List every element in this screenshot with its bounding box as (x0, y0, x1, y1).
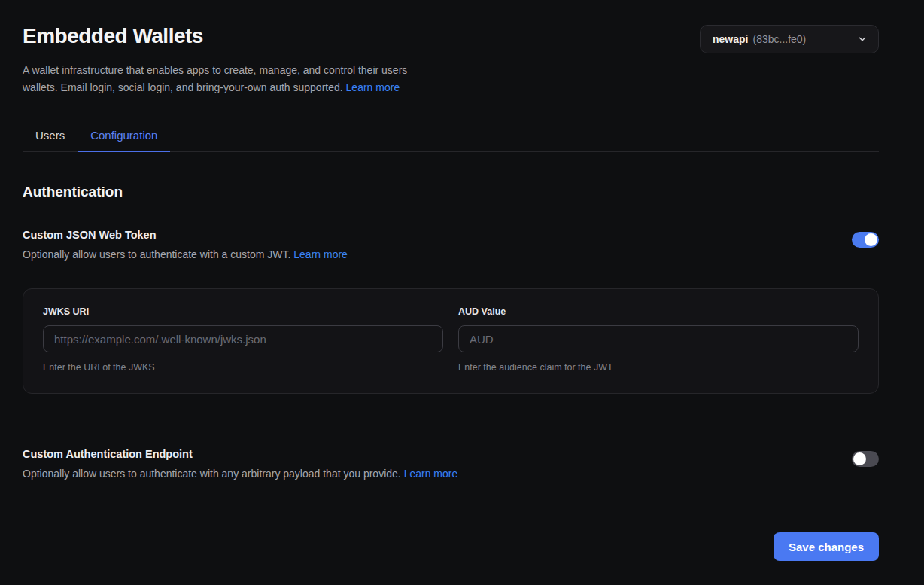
page-header: Embedded Wallets A wallet infrastructure… (23, 24, 879, 96)
jwks-uri-helper: Enter the URI of the JWKS (43, 362, 443, 373)
jwt-description-text: Optionally allow users to authenticate w… (23, 248, 290, 261)
header-text-block: Embedded Wallets A wallet infrastructure… (23, 24, 442, 96)
endpoint-learn-more-link[interactable]: Learn more (404, 468, 458, 480)
chevron-down-icon (857, 34, 868, 44)
page-description: A wallet infrastructure that enables app… (23, 62, 442, 96)
divider (23, 507, 879, 507)
jwt-setting-row: Custom JSON Web Token Optionally allow u… (23, 229, 879, 261)
save-changes-button[interactable]: Save changes (774, 532, 879, 561)
endpoint-description-text: Optionally allow users to authenticate w… (23, 468, 401, 480)
jwt-learn-more-link[interactable]: Learn more (293, 248, 348, 261)
jwks-uri-input[interactable] (43, 325, 443, 352)
jwt-description: Optionally allow users to authenticate w… (23, 248, 348, 261)
api-key-selector[interactable]: newapi (83bc...fe0) (700, 25, 879, 53)
footer-actions: Save changes (23, 532, 879, 561)
aud-value-field-group: AUD Value Enter the audience claim for t… (458, 306, 859, 373)
jwks-uri-field-group: JWKS URI Enter the URI of the JWKS (43, 306, 443, 373)
jwt-text-block: Custom JSON Web Token Optionally allow u… (23, 229, 348, 261)
divider (23, 419, 879, 419)
authentication-heading: Authentication (23, 184, 879, 200)
jwt-config-card: JWKS URI Enter the URI of the JWKS AUD V… (23, 288, 879, 394)
endpoint-description: Optionally allow users to authenticate w… (23, 468, 457, 480)
jwt-toggle[interactable] (852, 232, 879, 248)
endpoint-text-block: Custom Authentication Endpoint Optionall… (23, 448, 457, 480)
embedded-wallets-page: Embedded Wallets A wallet infrastructure… (0, 0, 924, 561)
endpoint-setting-row: Custom Authentication Endpoint Optionall… (23, 448, 879, 480)
tab-users[interactable]: Users (23, 123, 78, 151)
api-key-name: newapi (713, 33, 748, 45)
api-key-hint: (83bc...fe0) (752, 33, 806, 45)
jwks-uri-label: JWKS URI (43, 306, 443, 317)
endpoint-title: Custom Authentication Endpoint (23, 448, 457, 460)
header-learn-more-link[interactable]: Learn more (346, 81, 400, 93)
tab-configuration[interactable]: Configuration (78, 123, 170, 151)
page-title: Embedded Wallets (23, 24, 442, 48)
jwt-toggle-knob (865, 233, 877, 246)
tab-bar: Users Configuration (23, 123, 879, 152)
endpoint-toggle[interactable] (852, 451, 879, 467)
aud-value-label: AUD Value (458, 306, 859, 317)
aud-value-helper: Enter the audience claim for the JWT (458, 362, 859, 373)
jwt-title: Custom JSON Web Token (23, 229, 348, 241)
endpoint-toggle-knob (853, 452, 866, 465)
aud-value-input[interactable] (458, 325, 859, 352)
